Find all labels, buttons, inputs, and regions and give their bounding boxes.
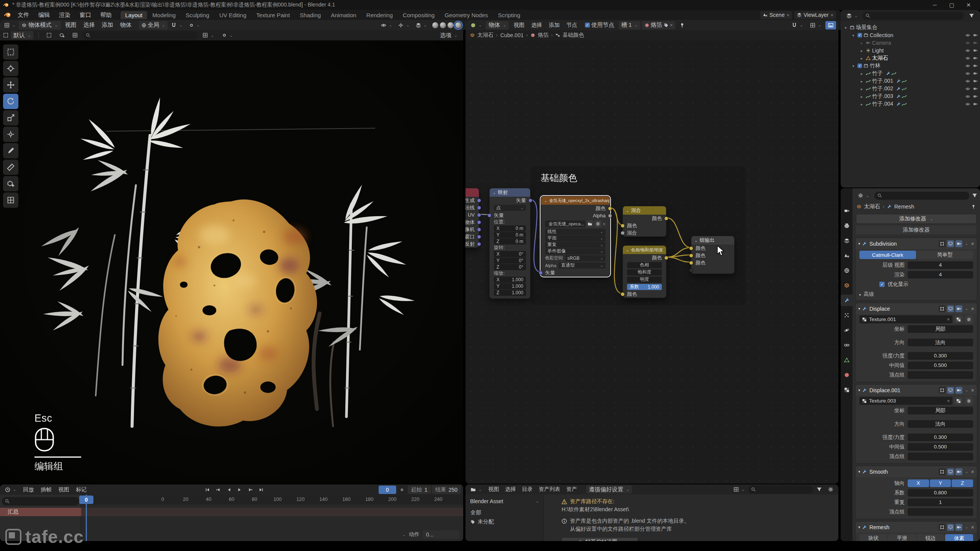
image-open-button[interactable]: [595, 220, 601, 227]
editor-type-button[interactable]: ⌄: [468, 485, 484, 494]
vector-component-field[interactable]: Y0°: [494, 258, 526, 264]
remesh-mode-button[interactable]: 块状: [859, 534, 887, 541]
workspace-tab[interactable]: Shading: [295, 11, 325, 19]
input-socket[interactable]: [621, 231, 625, 235]
filter-icon[interactable]: [972, 193, 977, 198]
vector-component-field[interactable]: Z0°: [494, 264, 526, 270]
vector-component-field[interactable]: Y1.000: [494, 283, 526, 289]
axis-toggle-button[interactable]: Y: [930, 479, 951, 487]
hide-eye-icon[interactable]: [965, 71, 970, 76]
properties-editor[interactable]: ⌄ 太湖石 › Remesh 添加修改器⌄ 添加修改器 ▾ Subdivisio…: [841, 188, 980, 541]
close-icon[interactable]: ×: [971, 240, 974, 247]
node-mix[interactable]: ⌄混合 颜色 颜色 混合: [622, 206, 666, 237]
expand-arrow-icon[interactable]: ▸: [859, 56, 864, 60]
output-socket[interactable]: [477, 220, 481, 224]
viewport-menu-item[interactable]: 视图: [62, 20, 80, 30]
property-value-field[interactable]: [908, 508, 973, 516]
input-socket[interactable]: [539, 271, 543, 275]
workspace-tab[interactable]: Texture Paint: [252, 11, 295, 19]
hide-eye-icon[interactable]: [965, 64, 970, 68]
node-input-socket-row[interactable]: 颜色: [691, 259, 734, 266]
realtime-display-toggle[interactable]: [947, 305, 954, 312]
texture-datablock[interactable]: Texture.001×: [859, 315, 952, 323]
editor-type-button[interactable]: ⌄: [844, 11, 860, 20]
display-size-button[interactable]: ⌄: [731, 485, 747, 494]
vector-component-field[interactable]: X0°: [494, 251, 526, 257]
node-menu-item[interactable]: 添加: [546, 20, 563, 30]
visibility-dropdown[interactable]: ⌄: [378, 21, 395, 29]
extras-dropdown-icon[interactable]: ⌄: [965, 388, 968, 392]
editor-type-button[interactable]: ⌄: [2, 486, 19, 494]
select-mode-new-button[interactable]: [44, 31, 54, 39]
property-value-field[interactable]: 0.800: [908, 489, 973, 497]
node-value-slider[interactable]: 饱和度: [627, 269, 662, 276]
pin-icon[interactable]: [971, 204, 976, 209]
property-value-field[interactable]: 0.500: [908, 443, 973, 451]
workspace-tab[interactable]: Geometry Nodes: [440, 11, 492, 19]
workspace-tab[interactable]: Rendering: [362, 11, 397, 19]
node-texture-coordinate[interactable]: ⌄ 生成法线UV物体摄像机窗口反射: [466, 188, 479, 248]
falloff-dropdown[interactable]: ⌄: [219, 31, 235, 39]
extras-dropdown-icon[interactable]: ⌄: [965, 469, 968, 474]
tab-modifiers[interactable]: [841, 295, 853, 306]
input-socket[interactable]: [621, 223, 625, 228]
property-value-field[interactable]: 0.500: [908, 362, 973, 369]
outliner-row[interactable]: ▸ ✓ Camera: [841, 39, 980, 47]
edit-mode-display-toggle[interactable]: [939, 305, 946, 312]
timeline-menu-item[interactable]: 回放: [20, 485, 37, 495]
frame-start-field[interactable]: 起始1: [408, 486, 431, 494]
expand-arrow-icon[interactable]: ▸: [859, 95, 864, 99]
material-datablock[interactable]: 烙箔 ×: [642, 21, 676, 29]
render-visibility-icon[interactable]: [973, 79, 978, 83]
new-texture-button[interactable]: [954, 397, 963, 405]
menu-item[interactable]: 帮助: [96, 10, 116, 20]
output-socket[interactable]: [477, 227, 481, 231]
advanced-expander[interactable]: ▸高级: [856, 288, 977, 298]
levels-render-field[interactable]: 4: [908, 271, 973, 279]
node-output-socket-row[interactable]: 物体: [466, 218, 479, 226]
property-value-field[interactable]: 1: [908, 499, 973, 506]
viewlayer-selector[interactable]: ViewLayer×: [794, 11, 836, 19]
close-icon[interactable]: ×: [971, 387, 974, 393]
hide-eye-icon[interactable]: [965, 79, 970, 83]
expand-arrow-icon[interactable]: ▾: [851, 64, 856, 68]
tab-scene[interactable]: [841, 250, 853, 261]
new-texture-button[interactable]: [954, 315, 963, 323]
extension-dropdown[interactable]: 重复⌄: [545, 242, 606, 248]
node-input-socket-row[interactable]: 颜色: [623, 222, 666, 229]
scene-unlink-icon[interactable]: ×: [787, 12, 790, 18]
breadcrumb-object[interactable]: 太湖石: [477, 32, 493, 39]
asset-search-input[interactable]: [748, 486, 813, 494]
unlink-texture-icon[interactable]: ×: [947, 398, 950, 404]
node-hue-saturation[interactable]: ⌄色相/饱和度/明度 颜色 色相饱和度明度 系数1.000 颜色: [622, 245, 666, 298]
blender-menu-icon[interactable]: [4, 11, 11, 19]
expand-arrow-icon[interactable]: ▸: [859, 41, 864, 45]
output-socket[interactable]: [477, 242, 481, 246]
vector-component-field[interactable]: X0 m: [494, 225, 526, 231]
expand-icon[interactable]: ▾: [858, 241, 860, 246]
properties-search-input[interactable]: [874, 192, 969, 200]
hide-eye-icon[interactable]: [965, 102, 970, 106]
realtime-display-toggle[interactable]: [947, 240, 954, 247]
render-display-toggle[interactable]: [956, 240, 962, 247]
asset-menu-item[interactable]: 目录: [519, 484, 536, 494]
render-display-toggle[interactable]: [956, 387, 962, 394]
node-output-socket-row[interactable]: 矢量: [490, 197, 530, 204]
alpha-mode-dropdown[interactable]: 直通型⌄: [559, 262, 606, 269]
vector-component-field[interactable]: Y0 m: [494, 232, 526, 238]
workspace-tab[interactable]: Scripting: [493, 11, 525, 19]
collection-checkbox[interactable]: ✓: [858, 33, 862, 37]
scene-selector[interactable]: Scene×: [760, 11, 792, 19]
outliner-row[interactable]: ▾ ✓ Collection: [841, 31, 980, 39]
hide-eye-icon[interactable]: [965, 48, 970, 53]
input-socket[interactable]: [689, 253, 693, 258]
playhead-frame-badge[interactable]: 0: [79, 496, 93, 504]
interpolation-dropdown[interactable]: 线性⌄: [545, 229, 606, 235]
render-display-toggle[interactable]: [956, 468, 962, 475]
action-selector[interactable]: ⌄动作 0...: [402, 530, 459, 539]
prev-keyframe-button[interactable]: [213, 486, 223, 494]
node-output-socket-row[interactable]: 法线: [466, 204, 479, 211]
overlays-dropdown[interactable]: ⌄: [413, 21, 430, 29]
remesh-mode-button[interactable]: 锐边: [917, 534, 945, 541]
outliner-search-input[interactable]: [862, 12, 964, 20]
